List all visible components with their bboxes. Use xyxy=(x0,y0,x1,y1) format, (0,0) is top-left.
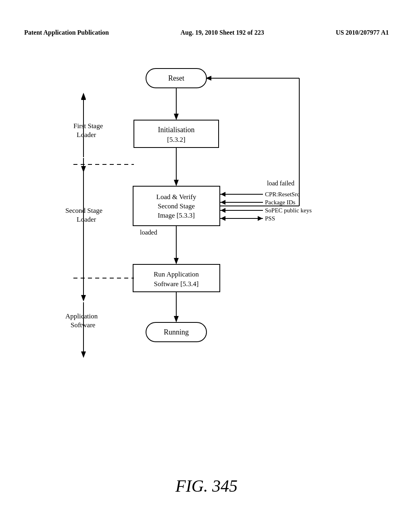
flowchart-diagram: Reset Initialisation [5.3.2] Load & Veri… xyxy=(49,60,364,443)
page-header: Patent Application Publication Aug. 19, … xyxy=(0,29,413,36)
svg-text:Loader: Loader xyxy=(77,131,96,139)
svg-marker-19 xyxy=(221,192,225,197)
svg-text:[5.3.2]: [5.3.2] xyxy=(167,136,185,143)
svg-text:Package IDs: Package IDs xyxy=(265,199,296,206)
figure-label: FIG. 345 xyxy=(0,476,413,496)
svg-marker-33 xyxy=(174,258,179,264)
svg-text:Load & Verify: Load & Verify xyxy=(156,193,196,201)
svg-marker-3 xyxy=(174,114,179,120)
header-middle: Aug. 19, 2010 Sheet 192 of 223 xyxy=(181,29,264,36)
svg-text:Loader: Loader xyxy=(77,216,96,223)
svg-marker-62 xyxy=(81,351,86,358)
svg-text:Application: Application xyxy=(65,312,98,320)
svg-marker-55 xyxy=(81,295,86,301)
svg-text:First Stage: First Stage xyxy=(73,122,103,130)
diagram-container: Reset Initialisation [5.3.2] Load & Veri… xyxy=(0,60,413,443)
svg-marker-28 xyxy=(221,216,225,221)
svg-text:CPR:ResetSrc: CPR:ResetSrc xyxy=(265,191,300,197)
svg-text:Software: Software xyxy=(71,321,95,329)
svg-text:Software [5.3.4]: Software [5.3.4] xyxy=(154,280,199,288)
svg-text:Second Stage: Second Stage xyxy=(158,202,195,210)
svg-text:Reset: Reset xyxy=(168,74,184,82)
header-left: Patent Application Publication xyxy=(24,29,109,36)
svg-marker-22 xyxy=(221,200,225,205)
svg-text:loaded: loaded xyxy=(140,229,157,236)
svg-text:Image [5.3.3]: Image [5.3.3] xyxy=(158,212,195,219)
svg-text:Second Stage: Second Stage xyxy=(65,207,102,214)
svg-marker-29 xyxy=(258,216,263,221)
svg-text:Run Application: Run Application xyxy=(154,270,199,278)
header-right: US 2010/207977 A1 xyxy=(336,29,389,36)
svg-marker-25 xyxy=(221,208,225,213)
svg-text:Initialisation: Initialisation xyxy=(158,126,195,134)
svg-marker-38 xyxy=(174,316,179,322)
svg-marker-63 xyxy=(81,93,86,99)
svg-marker-8 xyxy=(174,180,179,186)
svg-text:SoPEC public keys: SoPEC public keys xyxy=(265,207,312,214)
svg-text:load failed: load failed xyxy=(267,180,294,187)
svg-text:PSS: PSS xyxy=(265,215,275,222)
svg-text:Running: Running xyxy=(164,328,189,336)
